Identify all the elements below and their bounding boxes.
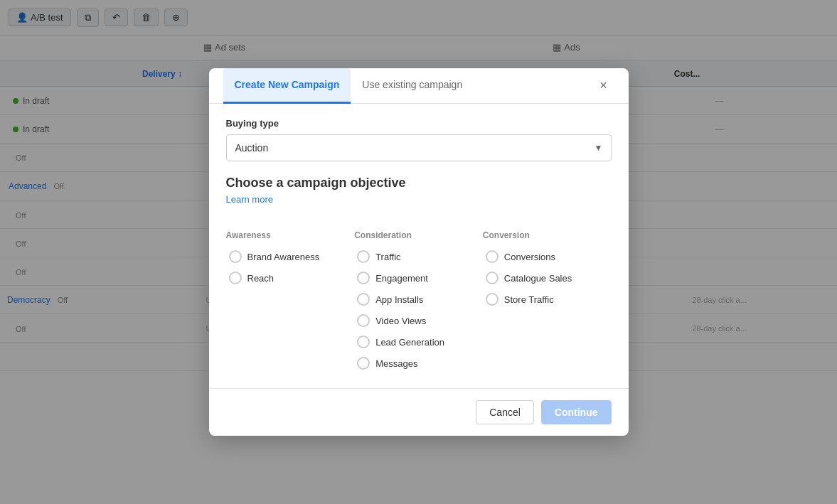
continue-button[interactable]: Continue xyxy=(541,400,612,424)
messages-label: Messages xyxy=(375,358,417,369)
create-campaign-modal: Create New Campaign Use existing campaig… xyxy=(209,68,629,436)
traffic-label: Traffic xyxy=(375,252,400,262)
lead-generation-label: Lead Generation xyxy=(375,337,444,348)
objective-title: Choose a campaign objective xyxy=(226,176,612,191)
close-button[interactable]: × xyxy=(593,75,614,97)
conversion-column: Conversion Conversions Catalogue Sales S… xyxy=(483,230,612,374)
video-views-label: Video Views xyxy=(375,316,426,326)
app-installs-label: App Installs xyxy=(375,294,423,305)
buying-type-select[interactable]: Auction Reach and Frequency xyxy=(226,134,612,161)
consideration-column: Consideration Traffic Engagement App Ins… xyxy=(354,230,483,374)
tab-create-new-campaign[interactable]: Create New Campaign xyxy=(223,68,351,104)
modal-overlay: Create New Campaign Use existing campaig… xyxy=(0,0,837,504)
reach-label: Reach xyxy=(247,273,274,284)
option-lead-generation[interactable]: Lead Generation xyxy=(354,331,483,353)
radio-app-installs[interactable] xyxy=(357,293,370,306)
cancel-button[interactable]: Cancel xyxy=(476,400,534,424)
option-traffic[interactable]: Traffic xyxy=(354,246,483,267)
radio-video-views[interactable] xyxy=(357,314,370,327)
radio-catalogue-sales[interactable] xyxy=(486,272,499,284)
awareness-column: Awareness Brand Awareness Reach xyxy=(226,230,355,374)
brand-awareness-label: Brand Awareness xyxy=(247,252,320,262)
modal-footer: Cancel Continue xyxy=(209,388,629,436)
buying-type-select-wrapper: Auction Reach and Frequency ▼ xyxy=(226,134,612,161)
objectives-grid: Awareness Brand Awareness Reach Consider… xyxy=(226,230,612,374)
option-messages[interactable]: Messages xyxy=(354,353,483,374)
conversion-category-label: Conversion xyxy=(483,230,612,240)
conversions-label: Conversions xyxy=(504,252,555,262)
option-app-installs[interactable]: App Installs xyxy=(354,289,483,310)
radio-reach[interactable] xyxy=(229,272,242,284)
awareness-category-label: Awareness xyxy=(226,230,355,240)
radio-lead-generation[interactable] xyxy=(357,336,370,348)
radio-traffic[interactable] xyxy=(357,250,370,263)
option-store-traffic[interactable]: Store Traffic xyxy=(483,289,612,310)
radio-engagement[interactable] xyxy=(357,272,370,284)
consideration-category-label: Consideration xyxy=(354,230,483,240)
option-catalogue-sales[interactable]: Catalogue Sales xyxy=(483,267,612,289)
modal-header: Create New Campaign Use existing campaig… xyxy=(209,68,629,104)
option-conversions[interactable]: Conversions xyxy=(483,246,612,267)
radio-messages[interactable] xyxy=(357,357,370,370)
option-brand-awareness[interactable]: Brand Awareness xyxy=(226,246,355,267)
option-video-views[interactable]: Video Views xyxy=(354,310,483,331)
close-icon: × xyxy=(599,78,607,93)
radio-store-traffic[interactable] xyxy=(486,293,499,306)
option-engagement[interactable]: Engagement xyxy=(354,267,483,289)
catalogue-sales-label: Catalogue Sales xyxy=(504,273,572,284)
tab-use-existing-campaign[interactable]: Use existing campaign xyxy=(351,68,474,104)
engagement-label: Engagement xyxy=(375,273,428,284)
buying-type-label: Buying type xyxy=(226,118,612,129)
radio-conversions[interactable] xyxy=(486,250,499,263)
option-reach[interactable]: Reach xyxy=(226,267,355,289)
learn-more-link[interactable]: Learn more xyxy=(226,194,273,205)
store-traffic-label: Store Traffic xyxy=(504,294,554,305)
modal-body: Buying type Auction Reach and Frequency … xyxy=(209,104,629,388)
radio-brand-awareness[interactable] xyxy=(229,250,242,263)
